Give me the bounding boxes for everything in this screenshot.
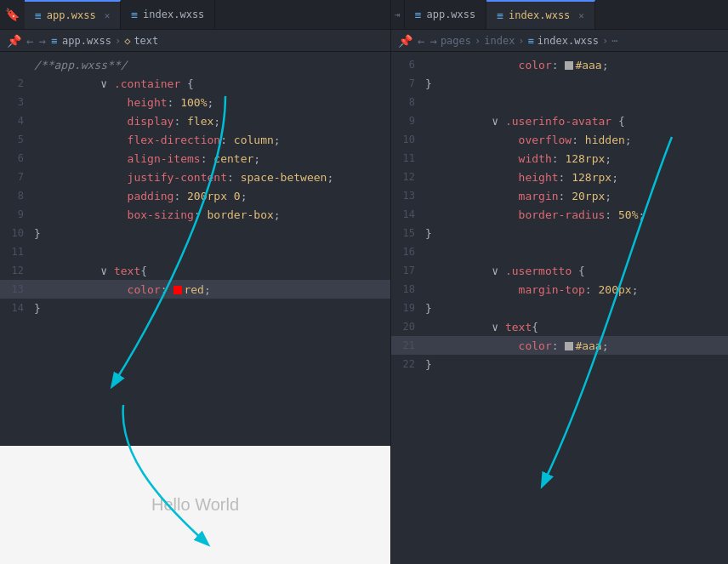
tab-close-right-index[interactable]: ✕ <box>578 10 584 21</box>
tab-label-app-wxss-left: app.wxss <box>47 9 96 21</box>
right-code-line-18: 18 margin-top: 200px; <box>391 280 728 299</box>
right-code-line-22: 22 } <box>391 355 728 373</box>
breadcrumb-symbol-icon: ◇ <box>124 35 130 47</box>
breadcrumb-sep2: › <box>475 35 481 47</box>
back-icon-right[interactable]: ← <box>418 34 424 48</box>
file-icon-bc-left: ≡ <box>51 35 57 47</box>
tab-index-wxss-left[interactable]: ≡ index.wxss <box>121 0 215 29</box>
forward-icon-right[interactable]: → <box>429 34 436 48</box>
breadcrumb-index-wxss: index.wxss <box>537 35 599 47</box>
file-icon-right-app: ≡ <box>415 9 422 21</box>
code-line-13-color-red: 13 color: red; <box>0 280 390 299</box>
tab-label-app-wxss-right: app.wxss <box>426 9 475 20</box>
forward-icon[interactable]: → <box>38 34 45 48</box>
tab-close-left-app[interactable]: ✕ <box>105 10 111 21</box>
code-line-10: 10 } <box>0 224 390 242</box>
breadcrumb-sep3: › <box>518 35 524 47</box>
back-icon[interactable]: ← <box>26 34 33 48</box>
file-icon-bc-right: ≡ <box>528 35 534 47</box>
breadcrumb-index: index <box>484 35 515 47</box>
breadcrumb-sep4: › <box>602 35 608 47</box>
file-icon-left-index: ≡ <box>131 9 138 21</box>
code-line-14: 14 } <box>0 299 390 317</box>
right-code-line-15: 15 } <box>391 224 728 242</box>
preview-hello-world: Hello World <box>151 495 239 515</box>
breadcrumb-more: ⋯ <box>611 35 617 47</box>
right-code-line-21-color-grey: 21 color: #aaa; <box>391 336 728 355</box>
breadcrumb-app-wxss: app.wxss <box>62 35 111 47</box>
tab-index-wxss-right[interactable]: ≡ index.wxss ✕ <box>486 0 595 29</box>
pin-icon-right[interactable]: 📌 <box>398 34 412 48</box>
right-code-line-14: 14 border-radius: 50%; <box>391 205 728 224</box>
pin-icon[interactable]: 📌 <box>7 34 21 48</box>
tab-app-wxss-left[interactable]: ≡ app.wxss ✕ <box>25 0 121 29</box>
code-line-9: 9 box-sizing: border-box; <box>0 205 390 224</box>
preview-pane: Hello World <box>0 445 390 564</box>
right-code-line-6: 6 color: #aaa; <box>391 55 728 74</box>
tab-app-wxss-right[interactable]: ≡ app.wxss <box>405 0 487 29</box>
breadcrumb-sep1: › <box>115 35 121 47</box>
bookmark-icon: 🔖 <box>5 8 20 21</box>
file-icon-right-index: ≡ <box>497 9 503 22</box>
tab-label-index-wxss-left: index.wxss <box>143 9 204 20</box>
tab-label-index-wxss-right: index.wxss <box>509 9 570 21</box>
right-code-line-7: 7 } <box>391 74 728 93</box>
breadcrumb-pages: pages <box>441 35 471 47</box>
breadcrumb-text: text <box>134 35 158 47</box>
file-icon-left-app: ≡ <box>35 9 42 22</box>
